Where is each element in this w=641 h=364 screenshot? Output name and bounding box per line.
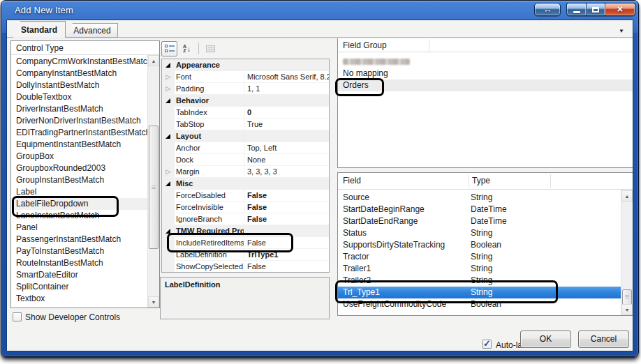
property-row[interactable]: IncludeRetiredItemsFalse — [162, 237, 329, 249]
maximize-button[interactable] — [586, 3, 605, 16]
expand-triangle-icon[interactable]: ▷ — [162, 71, 175, 82]
control-type-item[interactable]: PassengerInstantBestMatch — [11, 234, 147, 245]
field-table-row[interactable]: Trailer2String — [338, 275, 621, 287]
control-type-item[interactable]: EDITradingPartnerInstantBestMatch — [11, 127, 147, 139]
property-row[interactable]: LabelDefinitionTrlType1 — [162, 249, 329, 261]
property-category-row[interactable]: Layout — [162, 130, 329, 142]
field-table-scrollbar[interactable]: ▲ ▼ — [621, 190, 633, 315]
control-type-item[interactable]: DollyInstantBestMatch — [11, 79, 147, 91]
field-group-column-header[interactable]: Field Group — [338, 38, 633, 52]
tab-advanced[interactable]: Advanced — [66, 23, 118, 38]
tab-list-dropdown-icon[interactable]: ▼ — [619, 28, 624, 34]
property-row[interactable]: TabStopTrue — [162, 119, 329, 130]
property-value[interactable]: 1, 1 — [244, 83, 329, 94]
property-value[interactable]: Top, Left — [244, 142, 329, 153]
property-row[interactable]: ▷FontMicrosoft Sans Serif, 8.25pt — [162, 71, 329, 83]
collapse-triangle-icon[interactable] — [162, 130, 175, 142]
scroll-down-icon[interactable]: ▼ — [148, 296, 159, 308]
control-type-item[interactable]: GroupBox — [11, 151, 147, 162]
collapse-triangle-icon[interactable] — [162, 178, 175, 190]
property-row[interactable]: ▷Padding1, 1 — [162, 83, 329, 95]
close-button[interactable]: × — [605, 3, 635, 16]
control-type-item[interactable]: GroupboxRounded2003 — [11, 162, 147, 174]
scrollbar-thumb[interactable] — [622, 289, 632, 305]
control-type-item[interactable]: CompanyInstantBestMatch — [11, 68, 147, 79]
tab-standard[interactable]: Standard — [13, 21, 66, 38]
property-value[interactable]: 0 — [244, 107, 329, 118]
field-table-row[interactable]: StatusString — [338, 227, 621, 239]
field-group-item[interactable] — [338, 56, 633, 68]
property-row[interactable]: ForceInvisibleFalse — [162, 202, 329, 213]
field-table-row[interactable]: SourceString — [338, 192, 621, 204]
property-category-row[interactable]: TMW Required Properties — [162, 225, 329, 237]
control-type-item[interactable]: CompanyCrmWorkInstantBestMatch — [11, 56, 147, 68]
categorized-view-button[interactable] — [161, 41, 177, 56]
property-row[interactable]: IgnoreBranchFalse — [162, 213, 329, 225]
control-type-scrollbar[interactable]: ▲ ▼ — [147, 55, 159, 308]
control-type-item[interactable]: PayToInstantBestMatch — [11, 245, 147, 257]
property-value[interactable]: False — [244, 261, 329, 272]
ok-button[interactable]: OK — [520, 331, 571, 348]
property-value[interactable]: True — [244, 119, 329, 130]
collapse-triangle-icon[interactable] — [162, 95, 175, 107]
title-bar[interactable]: Add New Item ↔ × — [1, 1, 638, 20]
control-type-item[interactable]: Panel — [11, 222, 147, 234]
control-type-item[interactable]: LaneInstantBestMatch — [11, 210, 147, 222]
control-type-item[interactable]: SplitContainer — [11, 281, 147, 293]
property-row[interactable]: DockNone — [162, 154, 329, 166]
property-value[interactable]: False — [244, 237, 329, 248]
flip-window-button[interactable]: ↔ — [534, 3, 561, 16]
field-group-item[interactable]: Orders — [338, 79, 633, 91]
collapse-triangle-icon[interactable] — [162, 225, 175, 237]
alphabetical-view-button[interactable]: AZ ↓ — [179, 41, 195, 56]
property-category-row[interactable]: Misc — [162, 178, 329, 190]
scroll-down-icon[interactable]: ▼ — [621, 304, 633, 315]
auto-label-checkbox[interactable] — [482, 340, 492, 349]
property-value[interactable]: False — [244, 202, 329, 213]
field-table-row[interactable]: TractorString — [338, 251, 621, 263]
property-category-row[interactable]: Behavior — [162, 95, 329, 107]
property-value[interactable]: Microsoft Sans Serif, 8.25pt — [244, 71, 329, 82]
property-value[interactable]: False — [244, 213, 329, 225]
property-value[interactable]: None — [244, 154, 329, 165]
control-type-item[interactable]: LabelFileDropdown — [11, 198, 147, 210]
collapse-triangle-icon[interactable] — [162, 59, 175, 71]
field-column-header[interactable]: Field — [343, 176, 361, 185]
field-table-row[interactable]: UseFreightCommodityCodeBoolean — [338, 298, 621, 310]
field-table-row[interactable]: SupportsDirtyStateTrackingBoolean — [338, 239, 621, 251]
property-row[interactable]: AnchorTop, Left — [162, 142, 329, 154]
property-category-row[interactable]: Appearance — [162, 59, 329, 71]
property-value[interactable]: False — [244, 190, 329, 201]
property-value[interactable]: 3, 3, 3, 3 — [244, 166, 329, 177]
scroll-up-icon[interactable]: ▲ — [148, 55, 159, 66]
property-value[interactable]: TrlType1 — [244, 249, 329, 260]
control-type-item[interactable]: DriverInstantBestMatch — [11, 103, 147, 115]
property-row[interactable]: ShowCopySelectedFalse — [162, 261, 329, 273]
field-table-row[interactable]: Trailer1String — [338, 263, 621, 275]
cancel-button[interactable]: Cancel — [578, 331, 629, 348]
minimize-button[interactable] — [566, 3, 586, 16]
control-type-item[interactable]: DoubleTextbox — [11, 91, 147, 103]
expand-triangle-icon[interactable]: ▷ — [162, 83, 175, 94]
show-developer-controls-checkbox[interactable] — [13, 312, 22, 321]
field-table-row[interactable]: StartDateBeginRangeDateTime — [338, 204, 621, 215]
field-table-row[interactable]: StartDateEndRangeDateTime — [338, 215, 621, 227]
control-type-item[interactable]: RouteInstantBestMatch — [11, 257, 147, 269]
control-type-item[interactable]: DriverNonDriverInstantBestMatch — [11, 115, 147, 127]
field-group-item[interactable]: No mapping — [338, 68, 633, 79]
control-type-item[interactable]: GroupInstantBestMatch — [11, 174, 147, 186]
control-type-item[interactable]: Label — [11, 186, 147, 198]
expand-triangle-icon[interactable]: ▷ — [162, 166, 175, 177]
property-row[interactable]: ▷Margin3, 3, 3, 3 — [162, 166, 329, 178]
scrollbar-thumb[interactable] — [149, 126, 159, 249]
field-table-row[interactable]: Trl_Type1String — [338, 287, 621, 298]
control-type-item[interactable]: EquipmentInstantBestMatch — [11, 139, 147, 151]
field-table-header[interactable]: Field Type — [338, 173, 633, 190]
control-type-item[interactable]: Textbox — [11, 293, 147, 305]
property-row[interactable]: ForceDisabledFalse — [162, 190, 329, 202]
scroll-up-icon[interactable]: ▲ — [621, 190, 633, 202]
property-row[interactable]: TabIndex0 — [162, 107, 329, 119]
type-column-header[interactable]: Type — [472, 176, 490, 185]
control-type-column-header[interactable]: Control Type — [11, 41, 159, 55]
control-type-item[interactable]: SmartDateEditor — [11, 269, 147, 281]
